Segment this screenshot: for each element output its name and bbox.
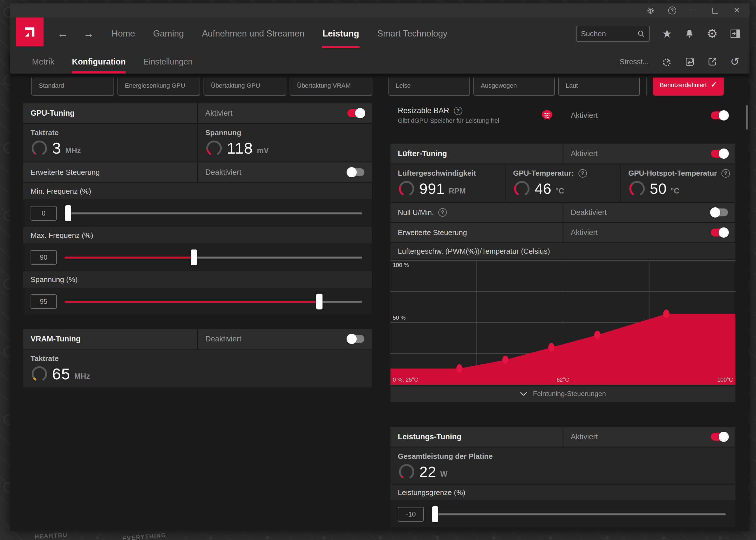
- metric-value: 118: [227, 140, 253, 156]
- slider-handle[interactable]: [432, 506, 438, 522]
- maximize-button[interactable]: [711, 5, 719, 16]
- preset-overclock-gpu[interactable]: Übertaktung GPU: [204, 77, 286, 96]
- x-axis-label-left: 0 %, 25°C: [393, 376, 418, 383]
- slider-track[interactable]: [65, 257, 362, 259]
- wallpaper-word: HEARTBU: [34, 531, 68, 540]
- slider-track[interactable]: [65, 212, 362, 214]
- metric-label: GPU-Hotspot-Temperatur: [628, 169, 717, 178]
- metric-label: Spannung: [205, 128, 364, 137]
- slider-track[interactable]: [432, 513, 726, 515]
- x-axis-label-mid: 62°C: [557, 376, 569, 383]
- metric-unit: W: [440, 470, 447, 480]
- close-button[interactable]: ✕: [732, 5, 741, 16]
- zero-rpm-toggle[interactable]: [711, 208, 728, 216]
- fan-curve-point[interactable]: [457, 364, 463, 373]
- collapse-panel-icon[interactable]: [730, 29, 740, 38]
- metric-label: GPU-Temperatur:: [513, 169, 574, 178]
- help-icon[interactable]: ?: [454, 107, 463, 115]
- fine-tuning-controls[interactable]: Feintuning-Steuerungen: [390, 386, 735, 402]
- help-icon[interactable]: ?: [721, 169, 730, 178]
- bug-report-icon[interactable]: [647, 5, 655, 16]
- fan-curve-point[interactable]: [502, 355, 508, 364]
- fan-curve-point[interactable]: [594, 331, 601, 339]
- preset-loud[interactable]: Laut: [558, 77, 640, 96]
- power-tuning-panel: Leistungs-Tuning Aktiviert Gesamtleistun…: [390, 427, 735, 527]
- nav-item-smart-technology[interactable]: Smart Technology: [377, 18, 447, 50]
- stress-test-label[interactable]: Stresst...: [620, 58, 649, 66]
- gpu-advanced-toggle[interactable]: [347, 168, 364, 176]
- fan-curve-point[interactable]: [548, 343, 554, 351]
- title-bar: ? — ✕: [10, 3, 749, 18]
- metric-value: 46: [535, 181, 552, 196]
- reset-icon[interactable]: ↺: [730, 56, 739, 67]
- panel-subtitle: Gibt dGPU-Speicher für Leistung frei: [398, 117, 499, 124]
- help-icon[interactable]: ?: [438, 208, 447, 217]
- toggle-state-label: Deaktiviert: [205, 335, 242, 343]
- preset-standard[interactable]: Standard: [31, 77, 114, 96]
- resizable-bar-toggle[interactable]: [711, 111, 728, 119]
- smart-access-memory-icon: [540, 109, 554, 121]
- gauge-icon: [398, 463, 415, 480]
- slider-value-box[interactable]: -10: [398, 507, 424, 522]
- fan-curve-point[interactable]: [663, 310, 669, 318]
- check-icon: ✓: [711, 80, 717, 96]
- preset-balanced[interactable]: Ausgewogen: [473, 77, 555, 96]
- preset-custom[interactable]: Benutzerdefiniert ✓: [653, 77, 724, 96]
- back-button[interactable]: ←: [57, 28, 68, 40]
- wallpaper-word: EVERYTHING: [122, 531, 166, 540]
- favorites-icon[interactable]: ★: [662, 28, 672, 39]
- amd-logo[interactable]: [16, 18, 44, 47]
- slider-label: Min. Frequenz (%): [31, 187, 91, 196]
- nav-item-performance[interactable]: Leistung: [322, 18, 359, 50]
- gpu-tuning-panel: GPU-Tuning Aktiviert Taktrate 3 MHz: [23, 103, 372, 315]
- slider-handle[interactable]: [316, 294, 322, 310]
- fan-tuning-toggle[interactable]: [711, 150, 728, 158]
- slider-handle[interactable]: [65, 205, 71, 221]
- power-tuning-toggle[interactable]: [711, 433, 728, 441]
- metric-label: Gesamtleistung der Platine: [398, 452, 728, 461]
- import-profile-icon[interactable]: [685, 57, 694, 67]
- metric-value: 22: [419, 465, 436, 479]
- max-frequency-slider: 90: [23, 244, 372, 270]
- tab-einstellungen[interactable]: Einstellungen: [143, 50, 193, 73]
- gauge-icon: [31, 139, 48, 157]
- tab-konfiguration[interactable]: Konfiguration: [72, 50, 126, 73]
- notifications-icon[interactable]: [685, 29, 694, 39]
- fan-curve-chart[interactable]: 100 % 50 % 0 %, 25°C 62°C 100°C: [390, 260, 735, 385]
- nav-item-record-stream[interactable]: Aufnehmen und Streamen: [202, 18, 304, 50]
- slider-value-box[interactable]: 0: [31, 206, 57, 221]
- share-profile-icon[interactable]: [707, 57, 717, 67]
- scrollbar-thumb[interactable]: [746, 105, 748, 130]
- preset-undervolt-gpu[interactable]: Energiesenkung GPU: [117, 77, 200, 96]
- preset-overclock-vram[interactable]: Übertaktung VRAM: [290, 77, 372, 96]
- fan-advanced-toggle[interactable]: [711, 228, 728, 236]
- preset-quiet[interactable]: Leise: [388, 77, 470, 96]
- nav-item-gaming[interactable]: Gaming: [153, 18, 184, 50]
- search-input[interactable]: [581, 29, 637, 38]
- slider-track[interactable]: [65, 301, 362, 303]
- help-icon[interactable]: ?: [668, 5, 676, 16]
- stress-gauge-icon[interactable]: [662, 57, 672, 67]
- y-axis-label-100: 100 %: [393, 262, 409, 268]
- resizable-bar-panel: Resizable BAR ? Gibt dGPU-Speicher für L…: [390, 103, 735, 128]
- slider-value-box[interactable]: 95: [31, 294, 57, 309]
- power-limit-slider: -10: [390, 501, 735, 527]
- tab-metrik[interactable]: Metrik: [32, 50, 54, 73]
- search-box[interactable]: [577, 26, 650, 42]
- slider-handle[interactable]: [191, 249, 197, 265]
- slider-label: Spannung (%): [31, 275, 78, 284]
- vram-tuning-toggle[interactable]: [347, 335, 364, 343]
- help-icon[interactable]: ?: [578, 169, 587, 178]
- forward-button[interactable]: →: [83, 28, 94, 40]
- slider-value-box[interactable]: 90: [31, 250, 57, 265]
- toggle-state-label: Aktiviert: [571, 228, 598, 237]
- settings-gear-icon[interactable]: ⚙: [707, 28, 718, 40]
- nav-item-home[interactable]: Home: [111, 18, 135, 50]
- row-label: Erweiterte Steuerung: [398, 228, 467, 237]
- minimize-button[interactable]: —: [689, 5, 698, 16]
- y-axis-label-50: 50 %: [393, 315, 406, 321]
- gpu-tuning-toggle[interactable]: [347, 109, 364, 117]
- metric-value: 50: [650, 181, 667, 196]
- row-label: Null U/Min.: [398, 208, 434, 217]
- metric-label: Taktrate: [31, 128, 190, 137]
